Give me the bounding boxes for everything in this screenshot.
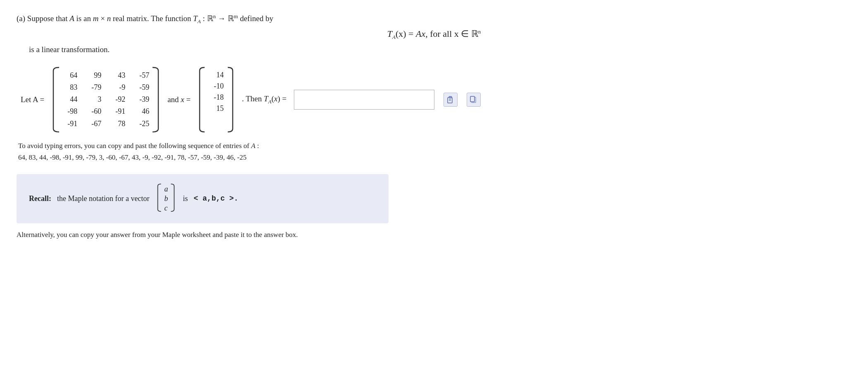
recall-notation: < a,b,c >. <box>193 194 238 203</box>
matrix-cell: 83 <box>62 83 77 92</box>
matrix-cell: -60 <box>86 107 101 116</box>
bracket-left <box>52 67 61 133</box>
copy-icon-button[interactable] <box>467 93 481 107</box>
copy-sequence-values: 64, 83, 44, -98, -91, 99, -79, 3, -60, -… <box>18 153 851 162</box>
recall-label: Recall: <box>29 194 51 203</box>
recall-box: Recall: the Maple notation for a vector … <box>17 174 389 223</box>
recall-c: c <box>164 204 168 213</box>
matrix-cell: -91 <box>62 120 77 128</box>
intro-times: × <box>98 14 107 23</box>
intro-text4: : ℝ <box>201 14 213 23</box>
part-label: (a) <box>17 14 25 23</box>
matrix-cell: -59 <box>134 83 149 92</box>
formula-forall: for all x ∈ ℝ <box>428 29 478 39</box>
intro-n: n <box>107 14 111 23</box>
copy-icon <box>470 96 478 104</box>
then-label: . Then TA(x) = <box>242 94 286 105</box>
matrix-cell: -57 <box>134 71 149 80</box>
matrix-cell: 44 <box>62 95 77 104</box>
vector-bracket-left <box>198 67 206 133</box>
formula-Ax: Ax, <box>416 29 428 39</box>
intro-TA: TA <box>193 14 201 23</box>
bracket-right <box>151 67 160 133</box>
answer-input[interactable] <box>294 90 434 110</box>
intro-text1: Suppose that <box>27 14 69 23</box>
vector-bracket-right <box>226 67 234 133</box>
intro-text2: is an <box>74 14 93 23</box>
matrix-cell: 64 <box>62 71 77 80</box>
matrix-cell: -39 <box>134 95 149 104</box>
recall-bracket-right <box>169 183 175 214</box>
copy-sequence-note: To avoid typing errors, you can copy and… <box>18 142 851 150</box>
intro-A: A <box>69 14 74 23</box>
vector-cell: 15 <box>209 104 224 113</box>
matrix-cell: 99 <box>86 71 101 80</box>
matrix-cell: -25 <box>134 120 149 128</box>
vector-cell: 14 <box>209 71 224 79</box>
paste-icon-button[interactable] <box>444 93 458 107</box>
paste-icon <box>446 96 455 104</box>
intro-paragraph: (a) Suppose that A is an m × n real matr… <box>17 12 851 26</box>
matrix-A: 649943-5783-79-9-59443-92-39-98-60-9146-… <box>52 67 160 133</box>
matrix-cell: 3 <box>86 95 101 104</box>
matrix-cell: 46 <box>134 107 149 116</box>
and-x-label: and x = <box>167 95 191 104</box>
recall-vector-cells: a b c <box>162 183 169 214</box>
let-a-label: Let A = <box>21 95 44 104</box>
formula-TA: TA <box>387 29 396 39</box>
matrix-cell: -67 <box>86 120 101 128</box>
intro-msup: m <box>234 13 238 19</box>
alternatively-text: Alternatively, you can copy your answer … <box>17 231 851 239</box>
matrix-cell: -79 <box>86 83 101 92</box>
is-linear-text: is a linear transformation. <box>29 45 851 54</box>
recall-a: a <box>164 185 168 194</box>
vector-x: 14-10-1815 <box>198 67 234 133</box>
vector-cells: 14-10-1815 <box>206 67 226 133</box>
formula-nsup: n <box>478 29 481 35</box>
matrix-cells: 649943-5783-79-9-59443-92-39-98-60-9146-… <box>61 67 151 133</box>
matrix-cell: -91 <box>110 107 125 116</box>
formula-x: (x) <box>396 29 406 39</box>
problem-row: Let A = 649943-5783-79-9-59443-92-39-98-… <box>21 67 851 133</box>
matrix-cell: -92 <box>110 95 125 104</box>
vector-cell: -10 <box>209 82 224 91</box>
matrix-cell: 43 <box>110 71 125 80</box>
intro-m: m <box>93 14 99 23</box>
vector-cell: -18 <box>209 93 224 102</box>
svg-rect-5 <box>470 96 475 102</box>
svg-rect-1 <box>449 96 452 98</box>
intro-arrow: → <box>216 14 228 23</box>
matrix-cell: -98 <box>62 107 77 116</box>
matrix-cell: 78 <box>110 120 125 128</box>
recall-vector: a b c <box>157 183 175 214</box>
formula-line: TA(x) = Ax, for all x ∈ ℝn <box>17 29 851 41</box>
intro-text3: real matrix. The function <box>111 14 193 23</box>
recall-text: the Maple notation for a vector <box>57 194 149 203</box>
formula-eq: = <box>406 29 416 39</box>
intro-Rm: ℝ <box>228 14 234 23</box>
recall-b: b <box>164 194 168 203</box>
recall-is: is <box>183 194 188 203</box>
matrix-cell: -9 <box>110 83 125 92</box>
intro-text5: defined by <box>238 14 273 23</box>
recall-bracket-left <box>157 183 162 214</box>
